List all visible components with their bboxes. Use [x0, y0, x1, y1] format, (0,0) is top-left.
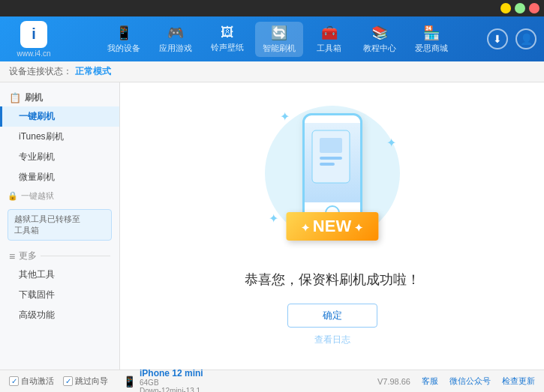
phone-screen [305, 123, 360, 202]
wechat-link[interactable]: 微信公众号 [449, 376, 491, 387]
status-label: 设备连接状态： [9, 65, 72, 78]
jailbreak-notice: 越狱工具已转移至工具箱 [8, 209, 112, 241]
content-area: ✦ ✦ ✦ NEW 恭喜您，保资料刷机成功啦！ 确定 [120, 82, 544, 370]
more-icon: ≡ [9, 250, 15, 262]
skip-guide-checkbox[interactable]: ✓ 跳过向导 [63, 376, 108, 387]
sparkle-1: ✦ [280, 109, 290, 124]
checkboxes-area: ✓ 自动激活 ✓ 跳过向导 [9, 376, 108, 387]
sidebar: 📋 刷机 一键刷机 iTunes刷机 专业刷机 微量刷机 🔒 一键越狱 越狱工具… [0, 82, 120, 370]
restore-btn[interactable] [515, 3, 525, 13]
nav-bar: i www.i4.cn 📱 我的设备 🎮 应用游戏 🖼 铃声壁纸 🔄 智能刷机 … [0, 16, 544, 61]
onekey-label: 一键刷机 [19, 111, 55, 121]
sidebar-item-other-tools[interactable]: 其他工具 [0, 265, 119, 285]
flash-group-icon: 📋 [9, 92, 21, 103]
flash-group-label: 刷机 [25, 91, 43, 104]
minimize-btn[interactable] [500, 3, 511, 13]
phone-graphic [302, 113, 362, 226]
tools-label: 工具箱 [317, 43, 341, 54]
close-btn[interactable] [529, 3, 539, 13]
main-layout: 📋 刷机 一键刷机 iTunes刷机 专业刷机 微量刷机 🔒 一键越狱 越狱工具… [0, 82, 544, 370]
flash-icon: 🔄 [271, 25, 287, 41]
more-label: 更多 [19, 250, 37, 262]
sidebar-item-pro[interactable]: 专业刷机 [0, 147, 119, 167]
shop-icon: 🏪 [423, 25, 440, 41]
nav-my-device[interactable]: 📱 我的设备 [100, 22, 148, 57]
status-bar: 设备连接状态： 正常模式 [0, 61, 544, 82]
sidebar-item-onekey[interactable]: 一键刷机 [0, 106, 119, 127]
nav-items: 📱 我的设备 🎮 应用游戏 🖼 铃声壁纸 🔄 智能刷机 🧰 工具箱 📚 教程中心… [75, 22, 479, 57]
wallpaper-label: 铃声壁纸 [211, 42, 244, 53]
success-message: 恭喜您，保资料刷机成功啦！ [245, 271, 420, 289]
svg-rect-1 [320, 138, 342, 153]
sidebar-item-advanced[interactable]: 高级功能 [0, 305, 119, 325]
download-icon: ⬇ [493, 33, 502, 45]
device-info-area: 📱 iPhone 12 mini 64GB Down-12mini-13.1 [123, 368, 362, 393]
title-bar [0, 0, 544, 16]
confirm-button[interactable]: 确定 [287, 304, 377, 328]
other-tools-label: 其他工具 [19, 269, 55, 280]
skip-guide-label: 跳过向导 [75, 376, 108, 387]
device-details: iPhone 12 mini 64GB Down-12mini-13.1 [140, 368, 203, 393]
device-firmware: Down-12mini-13.1 [140, 387, 203, 393]
view-log-link[interactable]: 查看日志 [314, 334, 350, 346]
jailbreak-label: 🔒 一键越狱 [0, 187, 119, 205]
auto-activate-checkbox[interactable]: ✓ 自动激活 [9, 376, 54, 387]
nav-right-buttons: ⬇ 👤 [487, 28, 536, 49]
download-btn[interactable]: ⬇ [487, 28, 508, 49]
auto-activate-checkbox-box[interactable]: ✓ [9, 376, 19, 386]
user-icon: 👤 [520, 33, 533, 45]
sparkle-2: ✦ [386, 136, 396, 150]
nav-apps[interactable]: 🎮 应用游戏 [152, 22, 200, 57]
tutorial-icon: 📚 [371, 25, 388, 41]
status-value: 正常模式 [75, 65, 111, 78]
nav-shop[interactable]: 🏪 爱思商城 [407, 22, 455, 57]
itunes-label: iTunes刷机 [19, 131, 64, 142]
shop-label: 爱思商城 [415, 43, 448, 54]
new-badge: NEW [286, 212, 378, 241]
wallpaper-icon: 🖼 [221, 25, 234, 40]
my-device-label: 我的设备 [107, 43, 140, 54]
nav-wallpaper[interactable]: 🖼 铃声壁纸 [203, 22, 251, 57]
auto-activate-label: 自动激活 [21, 376, 54, 387]
micro-label: 微量刷机 [19, 172, 55, 182]
svg-rect-2 [320, 157, 342, 160]
advanced-label: 高级功能 [19, 310, 55, 320]
my-device-icon: 📱 [116, 25, 132, 41]
sidebar-item-itunes[interactable]: iTunes刷机 [0, 127, 119, 147]
sidebar-group-flash: 📋 刷机 [0, 87, 119, 106]
customer-service-link[interactable]: 客服 [422, 376, 438, 387]
tools-icon: 🧰 [321, 25, 338, 41]
sidebar-group-more: ≡ 更多 [0, 245, 119, 265]
pro-label: 专业刷机 [19, 151, 55, 162]
sparkle-3: ✦ [269, 211, 278, 226]
svg-rect-3 [320, 163, 335, 166]
flash-label: 智能刷机 [263, 43, 296, 54]
download-firmware-label: 下载固件 [19, 289, 55, 300]
phone-illustration: ✦ ✦ ✦ NEW [257, 106, 407, 256]
nav-tools[interactable]: 🧰 工具箱 [307, 22, 352, 57]
app-logo: i www.i4.cn [8, 21, 60, 58]
user-btn[interactable]: 👤 [515, 28, 536, 49]
notice-text: 越狱工具已转移至工具箱 [14, 214, 80, 235]
nav-flash[interactable]: 🔄 智能刷机 [255, 22, 303, 57]
logo-text: www.i4.cn [17, 49, 50, 58]
bottom-bar: ✓ 自动激活 ✓ 跳过向导 📱 iPhone 12 mini 64GB Down… [0, 370, 544, 392]
version-label: V7.98.66 [377, 377, 410, 386]
sidebar-item-download-firmware[interactable]: 下载固件 [0, 285, 119, 305]
apps-icon: 🎮 [167, 25, 184, 41]
device-capacity: 64GB [140, 379, 203, 387]
sidebar-item-micro[interactable]: 微量刷机 [0, 167, 119, 187]
lock-icon: 🔒 [8, 191, 18, 201]
apps-label: 应用游戏 [159, 43, 192, 54]
check-update-link[interactable]: 检查更新 [502, 376, 535, 387]
logo-icon: i [20, 21, 47, 48]
tutorial-label: 教程中心 [363, 43, 396, 54]
nav-tutorial[interactable]: 📚 教程中心 [356, 22, 404, 57]
skip-guide-checkbox-box[interactable]: ✓ [63, 376, 73, 386]
bottom-right-area: V7.98.66 客服 微信公众号 检查更新 [377, 376, 535, 387]
device-phone-icon: 📱 [123, 376, 136, 388]
